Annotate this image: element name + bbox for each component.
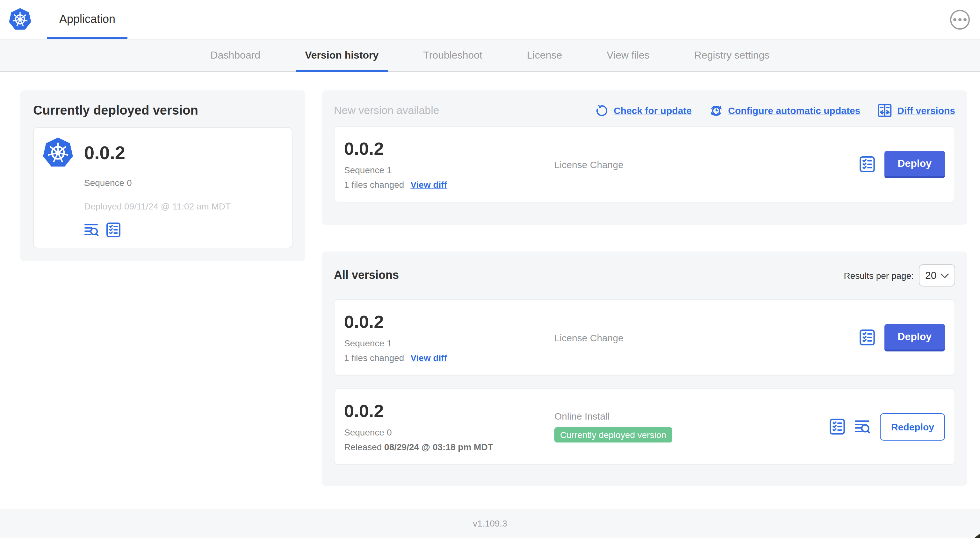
view-logs-button[interactable] [84, 222, 99, 238]
active-tab-underline [47, 37, 127, 39]
diff-versions-link[interactable]: Diff versions [877, 103, 955, 118]
current-version-title: Currently deployed version [33, 103, 293, 118]
app-title: Application [59, 13, 115, 26]
all-versions-panel: All versions Results per page: 20 0.0.2 … [322, 251, 967, 486]
view-diff-link[interactable]: View diff [410, 353, 447, 363]
kubernetes-logo-icon [8, 8, 32, 31]
tab-license[interactable]: License [517, 40, 571, 71]
currently-deployed-badge: Currently deployed version [554, 427, 672, 443]
clock-refresh-icon [709, 103, 723, 117]
files-changed: 1 files changed [344, 353, 404, 363]
version-sequence: Sequence 1 [344, 338, 554, 348]
tab-registry-settings[interactable]: Registry settings [685, 40, 779, 71]
nav-tabs: Dashboard Version history Troubleshoot L… [0, 40, 980, 72]
footer-version: v1.109.3 [473, 518, 507, 528]
preflight-checks-button[interactable] [829, 418, 846, 435]
version-number: 0.0.2 [344, 139, 554, 159]
redeploy-button[interactable]: Redeploy [880, 413, 945, 440]
preflight-checks-button[interactable] [859, 156, 875, 173]
app-header: Application [0, 0, 980, 40]
app-title-tab[interactable]: Application [47, 0, 127, 39]
new-version-panel: New version available Check for update C… [322, 90, 967, 225]
tab-dashboard[interactable]: Dashboard [201, 40, 270, 71]
main-content: Currently deployed version 0.0.2 Sequenc… [0, 72, 980, 509]
diff-icon [877, 103, 892, 118]
view-diff-link[interactable]: View diff [410, 179, 447, 190]
view-logs-button[interactable] [855, 418, 871, 435]
logs-icon [84, 222, 99, 238]
tab-version-history[interactable]: Version history [295, 40, 388, 71]
version-source: License Change [554, 332, 859, 343]
tab-view-files[interactable]: View files [597, 40, 659, 71]
checklist-icon [859, 329, 875, 346]
all-versions-title: All versions [334, 269, 399, 282]
kubernetes-logo-icon [42, 137, 74, 169]
version-sequence: Sequence 1 [344, 165, 554, 175]
preflight-checks-button[interactable] [859, 329, 875, 346]
version-source: Online Install [554, 411, 829, 422]
version-row: 0.0.2 Sequence 0 Released 08/29/24 @ 03:… [334, 388, 955, 465]
logs-icon [855, 418, 871, 435]
admin-console: Application Dashboard Version history Tr… [0, 0, 980, 538]
current-version-panel: Currently deployed version 0.0.2 Sequenc… [21, 90, 305, 261]
more-options-button[interactable] [950, 10, 970, 29]
version-source: License Change [554, 159, 859, 170]
right-column: New version available Check for update C… [322, 90, 967, 486]
check-for-update-link[interactable]: Check for update [595, 104, 692, 117]
checklist-icon [106, 222, 121, 238]
version-number: 0.0.2 [344, 401, 554, 422]
version-row: 0.0.2 Sequence 1 1 files changed View di… [334, 299, 955, 376]
app-footer: v1.109.3 [0, 509, 980, 538]
current-version-sequence: Sequence 0 [84, 178, 282, 188]
new-version-title: New version available [334, 104, 439, 117]
version-released-at: Released 08/29/24 @ 03:18 pm MDT [344, 442, 554, 452]
refresh-icon [595, 104, 609, 117]
current-version-card: 0.0.2 Sequence 0 Deployed 09/11/24 @ 11:… [33, 127, 293, 248]
checklist-icon [829, 418, 846, 435]
files-changed: 1 files changed [344, 179, 404, 190]
chevron-down-icon [940, 273, 949, 278]
configure-automatic-updates-link[interactable]: Configure automatic updates [709, 103, 860, 117]
version-number: 0.0.2 [344, 312, 554, 332]
checklist-icon [859, 156, 875, 173]
preflight-checks-button[interactable] [106, 222, 121, 238]
ellipsis-icon [953, 18, 956, 21]
tab-troubleshoot[interactable]: Troubleshoot [414, 40, 492, 71]
current-version-deployed-at: Deployed 09/11/24 @ 11:02 am MDT [84, 201, 282, 211]
version-sequence: Sequence 0 [344, 427, 554, 437]
deploy-button[interactable]: Deploy [884, 324, 945, 351]
results-per-page-select[interactable]: 20 [919, 264, 955, 287]
deploy-button[interactable]: Deploy [884, 151, 945, 178]
new-version-row: 0.0.2 Sequence 1 1 files changed View di… [334, 126, 955, 203]
current-version-number: 0.0.2 [84, 142, 125, 163]
results-per-page-label: Results per page: [844, 270, 914, 281]
